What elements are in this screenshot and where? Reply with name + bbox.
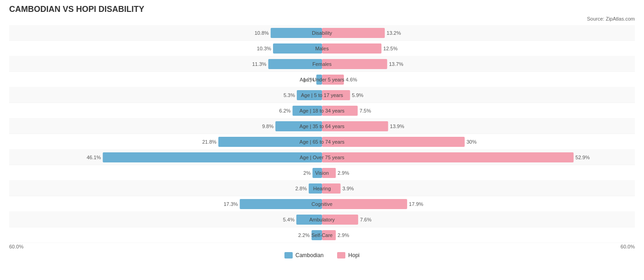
page-container: CAMBODIAN VS HOPI DISABILITY Source: Zip… <box>9 5 635 258</box>
svg-text:Age | Over 75 years: Age | Over 75 years <box>300 155 344 160</box>
svg-text:6.2%: 6.2% <box>279 108 291 113</box>
svg-text:13.7%: 13.7% <box>389 61 403 67</box>
axis-right-label: 60.0% <box>621 244 635 249</box>
svg-text:9.8%: 9.8% <box>262 124 273 129</box>
svg-text:1.2%: 1.2% <box>303 77 314 82</box>
svg-text:2.2%: 2.2% <box>298 232 310 238</box>
svg-text:46.1%: 46.1% <box>87 155 101 160</box>
svg-text:21.8%: 21.8% <box>202 139 216 145</box>
svg-text:2%: 2% <box>303 170 311 176</box>
legend-hopi-swatch <box>337 252 345 258</box>
svg-text:Age | 5 to 17 years: Age | 5 to 17 years <box>301 92 344 98</box>
svg-text:12.5%: 12.5% <box>383 46 398 51</box>
svg-text:3.9%: 3.9% <box>342 186 354 191</box>
svg-text:2.9%: 2.9% <box>338 232 349 238</box>
chart-svg-container: Disability10.8%13.2%Males10.3%12.5%Femal… <box>9 25 635 243</box>
svg-text:Age | 18 to 34 years: Age | 18 to 34 years <box>300 108 345 113</box>
svg-text:10.3%: 10.3% <box>257 46 271 51</box>
svg-text:5.4%: 5.4% <box>283 217 295 222</box>
svg-text:52.9%: 52.9% <box>575 155 589 160</box>
svg-text:Age | 65 to 74 years: Age | 65 to 74 years <box>300 139 345 145</box>
svg-text:5.3%: 5.3% <box>284 92 295 98</box>
svg-text:Disability: Disability <box>312 30 333 36</box>
svg-rect-57 <box>103 152 322 162</box>
chart-title: CAMBODIAN VS HOPI DISABILITY <box>9 5 635 14</box>
svg-text:Hearing: Hearing <box>313 186 331 191</box>
legend-cambodian-label: Cambodian <box>295 252 323 258</box>
svg-text:17.3%: 17.3% <box>224 201 238 207</box>
svg-rect-8 <box>273 43 322 54</box>
svg-text:7.6%: 7.6% <box>360 217 371 222</box>
legend-hopi-label: Hopi <box>348 252 360 258</box>
svg-text:30%: 30% <box>467 139 477 145</box>
svg-text:2.8%: 2.8% <box>295 186 307 191</box>
svg-rect-78 <box>240 199 322 209</box>
svg-text:13.9%: 13.9% <box>390 124 404 129</box>
svg-text:Ambulatory: Ambulatory <box>309 217 335 222</box>
svg-rect-9 <box>322 43 382 54</box>
main-chart: Disability10.8%13.2%Males10.3%12.5%Femal… <box>9 25 635 243</box>
legend: Cambodian Hopi <box>9 252 635 258</box>
svg-text:2.9%: 2.9% <box>338 170 349 176</box>
svg-text:7.5%: 7.5% <box>360 108 371 113</box>
svg-text:4.6%: 4.6% <box>346 77 357 82</box>
svg-rect-79 <box>322 199 407 209</box>
svg-rect-58 <box>322 152 573 162</box>
axis-labels: 60.0% 60.0% <box>9 244 635 249</box>
legend-cambodian: Cambodian <box>284 252 323 258</box>
svg-text:5.9%: 5.9% <box>352 92 363 98</box>
legend-cambodian-swatch <box>284 252 293 258</box>
svg-text:10.8%: 10.8% <box>255 30 269 36</box>
svg-text:13.2%: 13.2% <box>387 30 401 36</box>
legend-hopi: Hopi <box>337 252 360 258</box>
svg-text:11.3%: 11.3% <box>252 61 266 67</box>
axis-left-label: 60.0% <box>9 244 23 249</box>
svg-text:Males: Males <box>315 46 329 51</box>
svg-rect-16 <box>322 59 387 69</box>
svg-text:Vision: Vision <box>315 170 329 176</box>
svg-text:Self-Care: Self-Care <box>311 232 333 238</box>
svg-text:Cognitive: Cognitive <box>311 201 333 207</box>
source-label: Source: ZipAtlas.com <box>9 16 635 22</box>
svg-text:Age | 35 to 64 years: Age | 35 to 64 years <box>300 124 345 129</box>
svg-text:Females: Females <box>312 61 332 67</box>
svg-text:17.9%: 17.9% <box>409 201 423 207</box>
